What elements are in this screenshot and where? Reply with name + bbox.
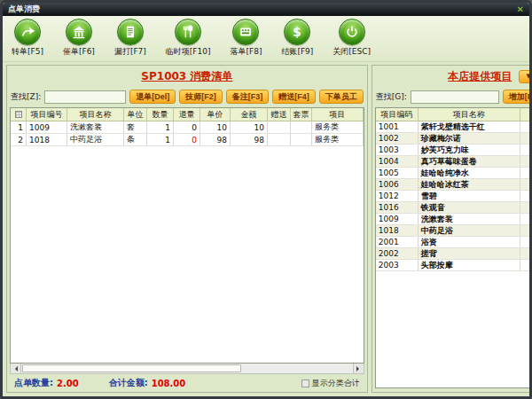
item-name: 娃哈哈纯净水: [419, 168, 520, 178]
scrollbar-track[interactable]: [21, 364, 353, 373]
item-code: 1001: [376, 121, 419, 132]
place-order-button[interactable]: 落单[F8]: [230, 19, 262, 58]
item-row[interactable]: 1001 紫轩戈壁精选干红 128 瓶: [376, 121, 532, 133]
add-item-button[interactable]: 增加[F2]: [503, 90, 532, 104]
item-qty: 1: [147, 121, 174, 133]
remark-button[interactable]: 备注[F3]: [226, 90, 270, 104]
item-name: 雪碧: [419, 191, 520, 201]
transfer-arrow-icon: [14, 19, 41, 45]
store-items-panel: 本店提供项目 ▼ 查找[G]: 增加[F2] 所有项目 ↓ 项目编码 项目名称 …: [372, 65, 532, 393]
svg-text:$: $: [293, 25, 301, 39]
document-icon: [117, 19, 144, 45]
item-row[interactable]: 1005 娃哈哈纯净水 3 瓶: [376, 168, 532, 179]
transfer-order-button[interactable]: 转单[F5]: [12, 19, 43, 58]
item-price: 15: [520, 260, 532, 270]
show-category-total-toggle[interactable]: 显示分类合计: [301, 378, 360, 389]
item-name: 铁观音: [419, 202, 520, 213]
refund-item-button[interactable]: 退单[Del]: [129, 90, 176, 104]
toolbar-button-label: 漏打[F7]: [114, 46, 146, 58]
urge-order-button[interactable]: 催单[F6]: [63, 19, 95, 58]
missed-print-button[interactable]: 漏打[F7]: [114, 19, 146, 58]
item-code: 1005: [376, 168, 419, 178]
close-window-button[interactable]: 关闭[ESC]: [332, 19, 371, 58]
col-gift[interactable]: 赠送: [268, 108, 291, 121]
order-search-label: 查找[Z]:: [11, 91, 41, 103]
item-row[interactable]: 2003 头部按摩 15 位: [376, 260, 532, 271]
col-unit[interactable]: 单位: [124, 108, 147, 121]
col-refund-qty[interactable]: 退量: [174, 108, 200, 121]
item-gift: [268, 121, 291, 133]
order-qty-label: 点单数量:: [14, 377, 53, 389]
col-price[interactable]: 单价: [200, 108, 231, 121]
item-row[interactable]: 1012 雪碧 5 瓶: [376, 191, 532, 202]
category-dropdown-button[interactable]: ▼: [519, 70, 532, 83]
order-search-input[interactable]: [44, 90, 126, 104]
item-code: 2001: [376, 237, 419, 247]
item-name: 洗漱套装: [67, 121, 124, 133]
gift-button[interactable]: 赠送[F4]: [272, 90, 316, 104]
item-code: 2002: [376, 248, 419, 259]
checkbox-icon[interactable]: [301, 379, 309, 387]
col-item-code[interactable]: 项目编码: [376, 108, 419, 121]
dollar-icon: $: [284, 19, 310, 45]
item-name: 搓背: [419, 248, 520, 259]
items-search-input[interactable]: [411, 90, 499, 104]
item-code: 1002: [376, 133, 419, 144]
item-price: 98: [200, 134, 231, 145]
toolbar-button-label: 落单[F8]: [230, 46, 262, 58]
item-code: 1004: [376, 156, 419, 167]
titlebar: 点单消费 ✕: [3, 3, 529, 16]
item-row[interactable]: 1018 中药足浴 98 条: [376, 225, 532, 237]
close-icon[interactable]: ✕: [517, 5, 524, 14]
select-all-cell[interactable]: [11, 108, 27, 121]
item-row[interactable]: 1003 妙芙巧克力味 20 袋: [376, 145, 532, 156]
item-price: 10: [520, 248, 532, 259]
item-row[interactable]: 1004 真巧草莓味蛋卷 6 盒: [376, 156, 532, 168]
scroll-left-icon[interactable]: [11, 364, 21, 373]
toolbar-button-label: 临时项[F10]: [166, 46, 211, 58]
technician-button[interactable]: 技师[F2]: [179, 90, 223, 104]
item-category: 服务类: [312, 121, 364, 133]
col-item-name[interactable]: 项目名称: [419, 108, 520, 121]
order-staff-button[interactable]: 下单员工: [319, 90, 364, 104]
item-name: 中药足浴: [67, 134, 124, 145]
item-row[interactable]: 1002 珍藏梅尔诺 520 瓶: [376, 133, 532, 145]
col-item-code[interactable]: 项目编号: [27, 108, 67, 121]
scrollbar-thumb[interactable]: [22, 364, 241, 372]
temp-item-button[interactable]: 临时项[F10]: [166, 19, 211, 58]
col-ticket[interactable]: 套票: [291, 108, 312, 121]
items-table-body: 1001 紫轩戈壁精选干红 128 瓶 1002 珍藏梅尔诺 520 瓶: [376, 121, 532, 271]
item-price: 10: [520, 214, 532, 224]
items-search-label: 查找[G]:: [376, 91, 407, 103]
item-code: 1016: [376, 202, 419, 213]
row-index: 1: [11, 121, 27, 133]
item-code: 1018: [376, 225, 419, 236]
item-row[interactable]: 1009 洗漱套装 10 套: [376, 214, 532, 225]
item-row[interactable]: 2002 搓背 10 位: [376, 248, 532, 260]
item-unit: 条: [124, 134, 147, 145]
building-icon: [66, 19, 92, 45]
checkout-button[interactable]: $ 结账[F9]: [281, 19, 313, 58]
order-row[interactable]: 1 1009 洗漱套装 套 1 0 10 10 服务类: [11, 121, 364, 134]
item-name: 头部按摩: [419, 260, 520, 270]
col-category[interactable]: 项目: [312, 108, 364, 121]
item-row[interactable]: 1006 娃哈哈冰红茶 5 瓶: [376, 179, 532, 191]
scroll-right-icon[interactable]: [353, 364, 364, 373]
col-price[interactable]: 单价: [520, 108, 532, 121]
item-name: 洗漱套装: [419, 214, 520, 224]
col-item-name[interactable]: 项目名称: [67, 108, 124, 121]
item-qty: 1: [147, 134, 174, 145]
col-qty[interactable]: 数量: [147, 108, 174, 121]
col-amount[interactable]: 金额: [231, 108, 268, 121]
item-row[interactable]: 2001 浴资 20 位: [376, 237, 532, 248]
item-name: 娃哈哈冰红茶: [419, 179, 520, 190]
order-table-hscrollbar[interactable]: [10, 364, 364, 374]
item-row[interactable]: 1016 铁观音 12 包: [376, 202, 532, 214]
row-index: 2: [11, 134, 27, 145]
order-row[interactable]: 2 1018 中药足浴 条 1 0 98 98 服务类: [11, 134, 364, 146]
item-price: 3: [520, 168, 532, 178]
window-title: 点单消费: [8, 4, 40, 15]
item-name: 紫轩戈壁精选干红: [419, 121, 520, 132]
item-price: 12: [520, 202, 532, 213]
order-table-empty-area: [11, 146, 364, 363]
